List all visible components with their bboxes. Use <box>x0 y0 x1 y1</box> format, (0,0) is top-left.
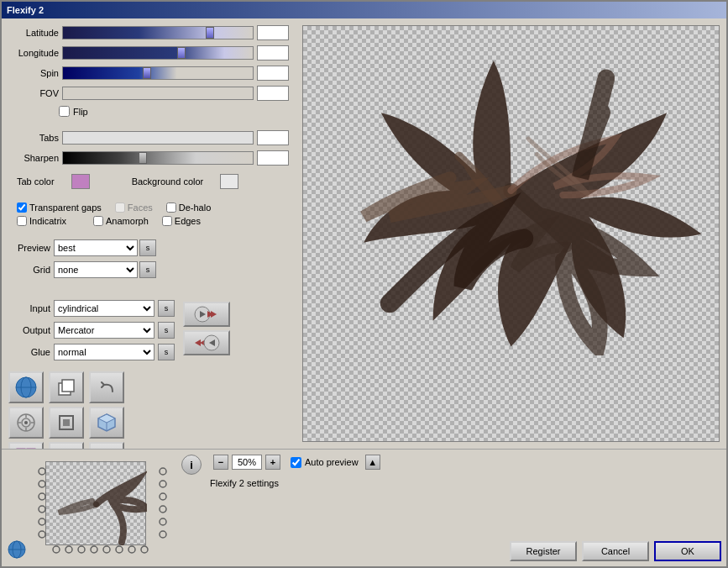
play-reverse-btn[interactable] <box>183 330 230 355</box>
preview-label: Preview <box>8 243 50 253</box>
svg-point-15 <box>24 421 28 424</box>
anamorph-label: Anamorph <box>106 216 149 226</box>
spin-value[interactable]: 0 <box>257 66 289 81</box>
de-halo-label: De-halo <box>179 202 212 213</box>
bg-color-swatch[interactable] <box>220 174 238 189</box>
latitude-input[interactable]: -54 <box>258 28 286 38</box>
checkbox-row2: Indicatrix Anamorph Edges <box>17 216 289 226</box>
window-title: Flexify 2 <box>7 5 44 15</box>
left-panel: Latitude -54 Longitude -109 <box>2 18 296 449</box>
bottom-globe-btn[interactable] <box>7 539 27 561</box>
longitude-slider[interactable] <box>62 46 254 60</box>
input-label: Input <box>8 303 50 313</box>
sharpen-label: Sharpen <box>8 153 59 163</box>
tab-color-swatch[interactable] <box>71 174 90 189</box>
zoom-label: 50% <box>238 457 256 467</box>
svg-point-47 <box>160 518 166 525</box>
transparent-gaps-item: Transparent gaps <box>17 202 102 213</box>
svg-rect-21 <box>63 419 70 426</box>
spin-label: Spin <box>8 68 59 78</box>
grid2-btn[interactable] <box>8 442 44 449</box>
indicatrix-checkbox[interactable] <box>17 216 27 226</box>
zoom-in-icon: + <box>270 457 275 467</box>
de-halo-item: De-halo <box>166 202 212 213</box>
sharpen-slider[interactable] <box>62 151 254 165</box>
preview-dropdown-wrap: best fast draft s <box>54 239 156 256</box>
sharpen-row: Sharpen 30 <box>8 150 289 166</box>
io-section: Input cylindrical spherical planar merca… <box>8 300 289 363</box>
indicatrix-item: Indicatrix <box>17 216 66 226</box>
fov-row: FOV 120 <box>8 86 289 101</box>
thumb-dots-svg <box>35 455 170 555</box>
svg-point-48 <box>160 531 166 538</box>
grid-select[interactable]: none lines dots <box>54 261 138 278</box>
settings-label: Flexify 2 settings <box>210 478 721 488</box>
fov-input[interactable]: 120 <box>258 88 286 98</box>
register-label: Register <box>526 546 561 556</box>
glue-select[interactable]: normal additive multiply <box>54 344 155 360</box>
auto-preview-checkbox[interactable] <box>291 457 301 468</box>
svg-rect-12 <box>62 380 74 392</box>
edges-checkbox[interactable] <box>162 216 172 226</box>
input-settings-btn[interactable]: s <box>158 300 175 317</box>
cancel-label: Cancel <box>601 546 630 556</box>
flip-label: Flip <box>73 107 88 117</box>
output-settings-btn[interactable]: s <box>158 322 175 339</box>
icon-buttons-section <box>8 371 289 449</box>
target-btn[interactable] <box>8 407 44 439</box>
zoom-in-btn[interactable]: + <box>265 455 280 470</box>
flip-checkbox[interactable] <box>59 106 70 117</box>
globe-icon <box>14 376 38 399</box>
transparent-gaps-checkbox[interactable] <box>17 202 27 213</box>
content-area: Latitude -54 Longitude -109 <box>2 18 726 449</box>
svg-point-52 <box>91 546 97 553</box>
grid-settings-btn[interactable]: s <box>139 261 156 278</box>
de-halo-checkbox[interactable] <box>166 202 176 213</box>
anamorph-checkbox[interactable] <box>93 216 103 226</box>
sharpen-value[interactable]: 30 <box>257 150 289 166</box>
info-btn[interactable]: i <box>181 455 202 475</box>
input-select[interactable]: cylindrical spherical planar mercator <box>54 300 155 317</box>
zoom-out-btn[interactable]: − <box>213 455 228 470</box>
svg-point-43 <box>160 468 166 475</box>
fov-value[interactable]: 120 <box>257 86 289 101</box>
settings-text: Flexify 2 settings <box>210 478 279 488</box>
fov-slider[interactable] <box>62 87 254 100</box>
anamorph-item: Anamorph <box>93 216 149 226</box>
latitude-value[interactable]: -54 <box>257 25 289 40</box>
square-btn[interactable] <box>49 407 84 439</box>
undo-btn[interactable] <box>89 371 124 403</box>
copy-btn[interactable] <box>49 371 84 403</box>
play-forward-btn[interactable] <box>183 302 230 327</box>
svg-point-51 <box>78 546 85 553</box>
glue-settings-btn[interactable]: s <box>158 344 175 360</box>
register-button[interactable]: Register <box>510 541 577 561</box>
cancel-button[interactable]: Cancel <box>582 541 649 561</box>
latitude-slider[interactable] <box>62 26 254 39</box>
svg-point-49 <box>53 546 60 553</box>
tabs-value[interactable]: 33 <box>257 130 289 145</box>
spin-input[interactable]: 0 <box>258 68 286 78</box>
longitude-value[interactable]: -109 <box>257 45 289 60</box>
longitude-input[interactable]: -109 <box>258 48 286 58</box>
sharpen-input[interactable]: 30 <box>258 153 286 163</box>
ok-button[interactable]: OK <box>654 541 721 561</box>
info-icon: i <box>190 459 193 471</box>
brick-btn[interactable] <box>49 442 84 449</box>
preview-select[interactable]: best fast draft <box>54 239 138 256</box>
tabs-input[interactable]: 33 <box>258 133 286 143</box>
faces-checkbox[interactable] <box>115 202 125 213</box>
spin-slider[interactable] <box>62 66 254 80</box>
tabs-slider[interactable] <box>62 131 254 145</box>
bottom-bar: i − 50% + <box>2 449 726 566</box>
svg-point-45 <box>160 493 166 500</box>
preview-settings-btn[interactable]: s <box>139 239 156 256</box>
3d-btn[interactable] <box>89 407 124 439</box>
ok-label: OK <box>681 546 694 556</box>
globe-btn[interactable] <box>8 371 44 403</box>
svg-point-50 <box>65 546 72 553</box>
bottom-globe-icon <box>7 539 27 560</box>
output-select[interactable]: Mercator cylindrical spherical planar <box>54 322 155 339</box>
auto-preview-extra-btn[interactable]: ▲ <box>365 455 380 470</box>
gem-btn[interactable] <box>89 442 124 449</box>
